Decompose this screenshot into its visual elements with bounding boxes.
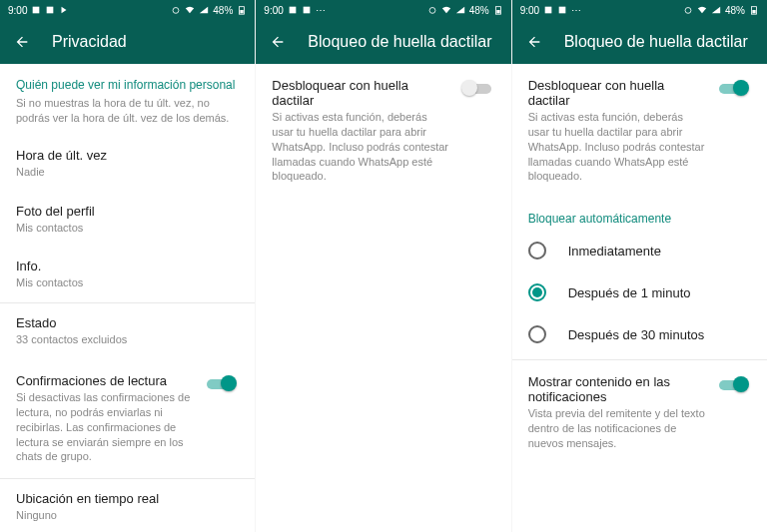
item-profile-photo[interactable]: Foto del perfil Mis contactos — [0, 192, 255, 248]
notif-icon — [31, 5, 41, 15]
radio-label: Después de 1 minuto — [568, 285, 691, 300]
item-unlock-fingerprint[interactable]: Desbloquear con huella dactilar Si activ… — [256, 64, 510, 198]
svg-rect-13 — [545, 7, 552, 14]
alarm-icon — [171, 5, 181, 15]
app-bar: Privacidad — [0, 20, 255, 64]
item-value: Mis contactos — [16, 221, 239, 236]
status-bar: 9:00 48% — [0, 0, 255, 20]
status-battery: 48% — [213, 5, 233, 16]
item-sub: Si desactivas las confirmaciones de lect… — [16, 390, 195, 464]
item-title: Foto del perfil — [16, 204, 239, 219]
svg-marker-10 — [455, 7, 463, 14]
section-header-auto-lock: Bloquear automáticamente — [512, 198, 767, 230]
app-bar: Bloqueo de huella dactilar — [256, 20, 510, 64]
item-title: Confirmaciones de lectura — [16, 373, 195, 388]
item-status[interactable]: Estado 33 contactos excluidos — [0, 303, 255, 359]
battery-icon — [749, 5, 759, 15]
signal-icon — [711, 5, 721, 15]
status-battery: 48% — [469, 5, 489, 16]
notif-icon — [543, 5, 553, 15]
read-receipts-switch[interactable] — [205, 375, 239, 393]
status-time: 9:00 — [520, 5, 539, 16]
appbar-title: Bloqueo de huella dactilar — [564, 33, 748, 51]
appbar-title: Bloqueo de huella dactilar — [308, 33, 491, 51]
svg-rect-0 — [33, 7, 40, 14]
radio-icon — [528, 283, 546, 301]
back-icon[interactable] — [14, 34, 30, 50]
svg-rect-14 — [559, 7, 566, 14]
svg-rect-8 — [303, 7, 310, 14]
radio-immediate[interactable]: Inmediatamente — [512, 230, 767, 271]
svg-marker-2 — [62, 7, 67, 14]
radio-label: Inmediatamente — [568, 244, 661, 259]
notif-icon — [288, 5, 298, 15]
item-title: Hora de últ. vez — [16, 148, 239, 163]
wifi-icon — [441, 5, 451, 15]
item-value: Mis contactos — [16, 275, 239, 290]
item-title: Mostrar contenido en las notificaciones — [528, 374, 707, 404]
more-icon: ⋯ — [316, 5, 326, 16]
content: Desbloquear con huella dactilar Si activ… — [256, 64, 510, 532]
alarm-icon — [427, 5, 437, 15]
status-bar: 9:00 ⋯ 48% — [512, 0, 767, 20]
svg-point-9 — [429, 8, 435, 14]
battery-icon — [493, 5, 503, 15]
section-sub-personal: Si no muestras la hora de tu últ. vez, n… — [0, 96, 255, 136]
item-title: Estado — [16, 315, 239, 330]
item-live-location[interactable]: Ubicación en tiempo real Ninguno — [0, 479, 255, 532]
item-last-seen[interactable]: Hora de últ. vez Nadie — [0, 136, 255, 192]
back-icon[interactable] — [270, 34, 286, 50]
item-value: Ninguno — [16, 508, 239, 523]
status-time: 9:00 — [8, 5, 27, 16]
phone-privacy: 9:00 48% Privacidad Quién puede ver mi i… — [0, 0, 255, 532]
unlock-switch[interactable] — [461, 80, 495, 98]
item-sub: Si activas esta función, deberás usar tu… — [528, 110, 707, 184]
radio-label: Después de 30 minutos — [568, 327, 705, 342]
content: Desbloquear con huella dactilar Si activ… — [512, 64, 767, 532]
item-title: Ubicación en tiempo real — [16, 491, 239, 506]
item-title: Desbloquear con huella dactilar — [528, 78, 707, 108]
back-icon[interactable] — [526, 34, 542, 50]
radio-icon — [528, 242, 546, 260]
more-icon: ⋯ — [571, 5, 581, 16]
svg-point-3 — [173, 8, 179, 14]
svg-marker-16 — [712, 7, 720, 14]
notif-content-switch[interactable] — [717, 376, 751, 394]
section-header-personal: Quién puede ver mi información personal — [0, 64, 255, 96]
item-info[interactable]: Info. Mis contactos — [0, 247, 255, 303]
svg-rect-12 — [496, 10, 499, 13]
item-show-notif-content[interactable]: Mostrar contenido en las notificaciones … — [512, 359, 767, 465]
svg-rect-7 — [289, 7, 296, 14]
item-value: 33 contactos excluidos — [16, 332, 239, 347]
signal-icon — [199, 5, 209, 15]
signal-icon — [455, 5, 465, 15]
status-time: 9:00 — [264, 5, 283, 16]
phone-fingerprint-on: 9:00 ⋯ 48% Bloqueo de huella dactilar De… — [512, 0, 767, 532]
item-read-receipts[interactable]: Confirmaciones de lectura Si desactivas … — [0, 359, 255, 479]
wifi-icon — [185, 5, 195, 15]
item-title: Info. — [16, 259, 239, 273]
svg-rect-18 — [752, 10, 755, 13]
app-bar: Bloqueo de huella dactilar — [512, 20, 767, 64]
alarm-icon — [683, 5, 693, 15]
radio-30min[interactable]: Después de 30 minutos — [512, 313, 767, 355]
svg-point-15 — [685, 8, 691, 14]
notif-icon — [557, 5, 567, 15]
item-sub: Vista previa del remitente y del texto d… — [528, 406, 707, 451]
item-title: Desbloquear con huella dactilar — [272, 78, 450, 108]
unlock-switch[interactable] — [717, 80, 751, 98]
status-bar: 9:00 ⋯ 48% — [256, 0, 510, 20]
notif-icon — [45, 5, 55, 15]
status-battery: 48% — [725, 5, 745, 16]
radio-1min[interactable]: Después de 1 minuto — [512, 271, 767, 313]
battery-icon — [237, 5, 247, 15]
item-sub: Si activas esta función, deberás usar tu… — [272, 110, 450, 184]
item-unlock-fingerprint[interactable]: Desbloquear con huella dactilar Si activ… — [512, 64, 767, 198]
wifi-icon — [697, 5, 707, 15]
svg-marker-4 — [200, 7, 208, 14]
item-value: Nadie — [16, 165, 239, 180]
svg-rect-1 — [47, 7, 54, 14]
notif-icon — [302, 5, 312, 15]
phone-fingerprint-off: 9:00 ⋯ 48% Bloqueo de huella dactilar De… — [256, 0, 510, 532]
svg-rect-6 — [241, 10, 244, 13]
